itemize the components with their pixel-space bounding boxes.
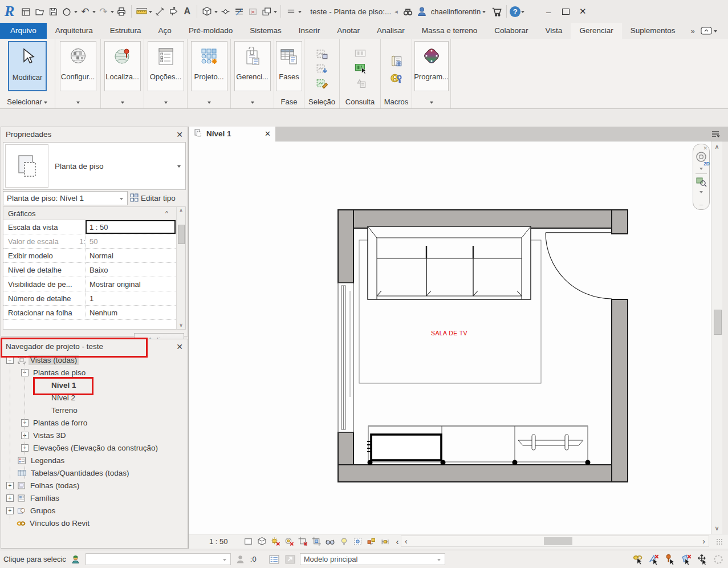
type-dropdown-icon[interactable]	[177, 165, 181, 169]
rotacionar-value[interactable]: Nenhum	[86, 306, 176, 319]
tab-anotar[interactable]: Anotar	[328, 23, 368, 39]
tree-item-vinculos[interactable]: Vínculos do Revit	[28, 518, 91, 528]
ribbon-display-toggle-icon[interactable]	[699, 23, 713, 38]
localizacao-panel-menu[interactable]	[101, 95, 144, 108]
properties-close-icon[interactable]: ✕	[176, 130, 183, 139]
tree-item-terreno[interactable]: Terreno	[50, 405, 79, 415]
resize-grip[interactable]	[716, 538, 723, 545]
warnings-icon[interactable]	[354, 77, 367, 90]
configuracoes-panel-menu[interactable]	[55, 95, 100, 108]
measure-dropdown-icon[interactable]	[149, 11, 152, 15]
switch-windows-dropdown-icon[interactable]	[274, 11, 277, 15]
opcoes-panel-menu[interactable]	[144, 95, 187, 108]
scroll-left-icon[interactable]: ‹	[405, 537, 408, 546]
search-icon[interactable]	[401, 4, 415, 19]
crop-view-off-icon[interactable]	[297, 535, 309, 547]
selecionar-panel-menu[interactable]: Selecionar	[0, 95, 55, 108]
tab-massa-e-terreno[interactable]: Massa e terreno	[413, 23, 486, 39]
undo-icon[interactable]: ↶	[78, 4, 92, 19]
load-selection-icon[interactable]	[316, 62, 328, 75]
gerenciar-panel-menu[interactable]	[231, 95, 274, 108]
worksets-dialog-icon[interactable]	[268, 553, 280, 566]
tab-overflow-icon[interactable]: »	[690, 27, 694, 35]
close-inactive-views-icon[interactable]	[246, 4, 259, 19]
maximize-button[interactable]	[557, 7, 574, 17]
steering-wheel-icon[interactable]: 2D	[695, 151, 707, 165]
show-crop-region-icon[interactable]	[311, 535, 323, 547]
redo-dropdown-icon[interactable]	[111, 11, 114, 15]
displaced-elements-icon[interactable]	[365, 535, 377, 547]
select-pinned-toggle-icon[interactable]	[664, 553, 677, 566]
save-selection-icon[interactable]	[316, 47, 328, 60]
save-icon[interactable]	[46, 4, 60, 19]
tab-arquitetura[interactable]: Arquitetura	[47, 23, 101, 39]
3d-view-dropdown-icon[interactable]	[214, 11, 218, 15]
drag-on-selection-toggle-icon[interactable]	[696, 553, 709, 566]
scroll-down-icon[interactable]: ∨	[179, 323, 183, 328]
open-icon[interactable]	[32, 4, 46, 19]
view-scale[interactable]: 1 : 50	[209, 537, 228, 546]
section-icon[interactable]	[218, 4, 232, 19]
user-name[interactable]: chaelinfiorentin	[431, 7, 481, 16]
visibilidade-value[interactable]: Mostrar original	[86, 277, 176, 291]
visual-style-icon[interactable]	[256, 535, 268, 547]
nivel-de-detalhe-value[interactable]: Baixo	[86, 263, 176, 277]
tree-item-folhas[interactable]: Folhas (todas)	[29, 481, 81, 490]
view-tab-close-icon[interactable]: ✕	[265, 129, 271, 138]
text-icon[interactable]: A	[180, 4, 194, 19]
temporary-view-properties-icon[interactable]	[352, 535, 364, 547]
zoom-icon[interactable]	[696, 176, 707, 189]
gerenciar-vinculos-button[interactable]: Gerenci...	[234, 41, 271, 91]
selection-filter-icon[interactable]	[712, 553, 725, 566]
active-workset-icon[interactable]	[284, 553, 296, 566]
tag-icon[interactable]	[166, 4, 180, 19]
redo-icon[interactable]: ↷	[96, 4, 110, 19]
detail-level-icon[interactable]	[242, 535, 254, 547]
projeto-button[interactable]: Projeto...	[191, 41, 227, 91]
qat-customize-dropdown-icon[interactable]	[298, 11, 302, 15]
tab-estrutura[interactable]: Estrutura	[101, 23, 150, 39]
modify-button[interactable]: Modificar	[8, 41, 47, 91]
sync-dropdown-icon[interactable]	[74, 11, 78, 15]
tab-vista[interactable]: Vista	[537, 23, 571, 39]
sun-path-off-icon[interactable]	[283, 535, 295, 547]
measure-icon[interactable]	[135, 4, 148, 19]
tree-item-legendas[interactable]: Legendas	[29, 456, 66, 465]
help-icon[interactable]: ?	[510, 6, 520, 17]
type-selector[interactable]: Planta de piso	[3, 142, 186, 190]
select-by-face-toggle-icon[interactable]	[680, 553, 693, 566]
tab-arquivo[interactable]: Arquivo	[0, 23, 47, 39]
zoom-dropdown-icon[interactable]	[699, 191, 703, 195]
view-tab-list-icon[interactable]	[709, 127, 722, 141]
macro-manager-icon[interactable]	[390, 55, 402, 67]
select-underlay-toggle-icon[interactable]	[648, 553, 661, 566]
minimize-button[interactable]: –	[540, 7, 557, 17]
tab-suplementos[interactable]: Suplementos	[622, 23, 684, 39]
tab-gerenciar[interactable]: Gerenciar	[571, 23, 621, 39]
view-tab-nivel-1[interactable]: Nível 1 ✕	[189, 127, 275, 141]
select-links-toggle-icon[interactable]	[632, 553, 645, 566]
shadows-off-icon[interactable]	[270, 535, 282, 547]
drawing-area[interactable]: SALA DE TV ✕ 2D	[189, 141, 711, 534]
programacao-panel-menu[interactable]	[412, 95, 450, 108]
property-group-graficos[interactable]: Gráficos ^	[3, 207, 185, 220]
thin-lines-icon[interactable]	[232, 4, 246, 19]
canvas-horizontal-scrollbar[interactable]: ‹ ›	[401, 535, 709, 547]
ribbon-display-dropdown-icon[interactable]	[714, 30, 717, 34]
tab-pre-moldado[interactable]: Pré-moldado	[180, 23, 241, 39]
temporary-hide-isolate-icon[interactable]	[324, 535, 336, 547]
tree-item-plantas-de-forro[interactable]: Plantas de forro	[31, 418, 89, 428]
numero-de-detalhe-value[interactable]: 1	[86, 291, 176, 305]
default-3d-view-icon[interactable]	[200, 4, 214, 19]
wheel-dropdown-icon[interactable]	[699, 168, 703, 172]
aligned-dimension-icon[interactable]	[153, 4, 166, 19]
tab-colaborar[interactable]: Colaborar	[486, 23, 536, 39]
tree-item-vistas-3d[interactable]: Vistas 3D	[31, 431, 68, 440]
select-by-id-icon[interactable]	[354, 62, 367, 75]
tree-item-elevacoes[interactable]: Elevações (Elevação da construção)	[31, 443, 160, 453]
tree-item-tabelas[interactable]: Tabelas/Quantidades (todas)	[29, 468, 131, 478]
tree-item-plantas-de-piso[interactable]: Plantas de piso	[31, 368, 87, 378]
qat-customize-icon[interactable]	[284, 4, 298, 19]
scroll-down-icon[interactable]: ∨	[714, 525, 719, 532]
dynamo-button[interactable]: Program...	[414, 41, 449, 91]
